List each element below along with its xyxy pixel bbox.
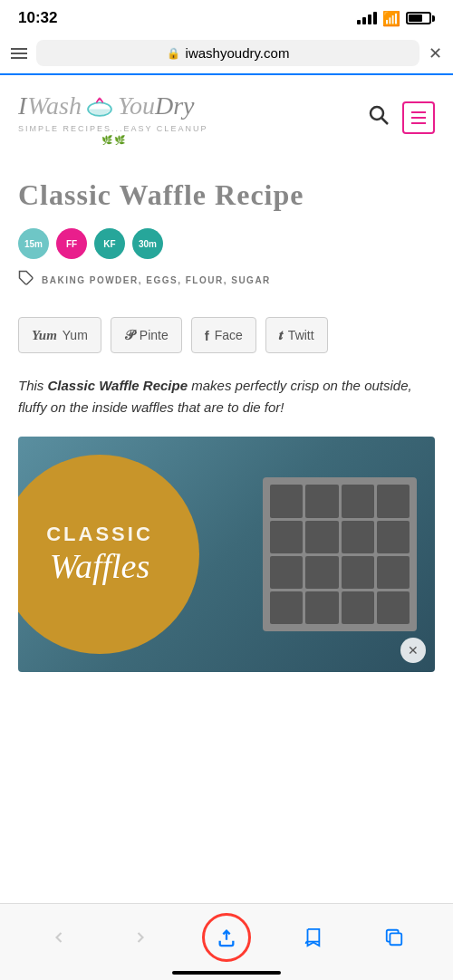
yum-icon: Yum (32, 328, 57, 343)
share-button[interactable] (202, 913, 251, 962)
browser-menu-button[interactable] (11, 48, 27, 59)
logo-text-you: You (118, 91, 155, 120)
image-close-button[interactable]: ✕ (400, 638, 426, 663)
waffle-grid-image (263, 477, 417, 631)
recipe-title: Classic Waffle Recipe (18, 178, 435, 212)
back-button[interactable] (39, 918, 79, 957)
tag-badge-kf[interactable]: KF (94, 228, 125, 259)
logo-text-dry: Dry (155, 91, 195, 120)
facebook-icon: f (205, 328, 209, 343)
yum-button[interactable]: Yum Yum (18, 317, 101, 353)
url-text: iwashyoudry.com (186, 45, 290, 61)
tag-icon (18, 270, 34, 290)
signal-icon (357, 12, 377, 24)
tag-badge-15m[interactable]: 15m (18, 228, 49, 259)
status-time: 10:32 (18, 9, 57, 27)
browser-address-bar[interactable]: 🔒 iwashyoudry.com (36, 40, 419, 66)
menu-lines-icon (411, 111, 426, 124)
circle-text-classic: Classic (46, 523, 153, 546)
status-icons: 📶 (357, 10, 435, 27)
home-indicator (172, 971, 281, 975)
social-buttons: Yum Yum 𝒫 Pinte f Face 𝒕 Twitt (18, 317, 435, 353)
pinterest-button[interactable]: 𝒫 Pinte (111, 317, 182, 353)
site-logo[interactable]: I Wash You Dry Simple Recipes...Easy Cle… (18, 90, 207, 145)
lock-icon: 🔒 (167, 47, 180, 60)
ingredients-text: Baking Powder, Eggs, Flour, Sugar (42, 275, 271, 285)
svg-rect-6 (390, 933, 401, 945)
status-bar: 10:32 📶 (0, 0, 453, 33)
wifi-icon: 📶 (382, 10, 400, 27)
page-content: Classic Waffle Recipe 15m FF KF 30m Baki… (0, 159, 453, 763)
logo-text-wash: Wash (27, 91, 82, 120)
tag-badge-ff[interactable]: FF (56, 228, 87, 259)
forward-button[interactable] (120, 918, 160, 957)
svg-line-2 (382, 118, 389, 124)
svg-point-1 (371, 107, 383, 120)
logo-tagline: Simple Recipes...Easy Cleanup (18, 124, 207, 133)
site-header: I Wash You Dry Simple Recipes...Easy Cle… (0, 75, 453, 159)
browser-bar: 🔒 iwashyoudry.com ✕ (0, 33, 453, 75)
recipe-ingredients: Baking Powder, Eggs, Flour, Sugar (18, 270, 435, 290)
bottom-nav (0, 903, 453, 980)
recipe-description: This Classic Waffle Recipe makes perfect… (18, 375, 435, 418)
facebook-button[interactable]: f Face (191, 317, 256, 353)
hamburger-menu-button[interactable] (402, 101, 435, 134)
circle-text-waffles: Waffles (50, 546, 150, 586)
twitter-button[interactable]: 𝒕 Twitt (265, 317, 328, 353)
browser-close-button[interactable]: ✕ (429, 43, 442, 63)
recipe-image: Classic Waffles ✕ (18, 437, 435, 672)
tag-badge-30m[interactable]: 30m (132, 228, 163, 259)
logo-leaves: 🌿 🌿 (18, 135, 207, 145)
logo-text-i: I (18, 91, 27, 120)
pinterest-icon: 𝒫 (124, 327, 134, 343)
bookmark-button[interactable] (293, 918, 333, 957)
twitter-icon: 𝒕 (279, 327, 283, 343)
search-button[interactable] (368, 104, 390, 131)
tabs-button[interactable] (374, 918, 414, 957)
logo-bowl-icon (83, 90, 116, 122)
recipe-tags: 15m FF KF 30m (18, 228, 435, 259)
header-icons (368, 101, 435, 134)
image-circle: Classic Waffles (18, 455, 199, 654)
battery-icon (406, 12, 435, 24)
